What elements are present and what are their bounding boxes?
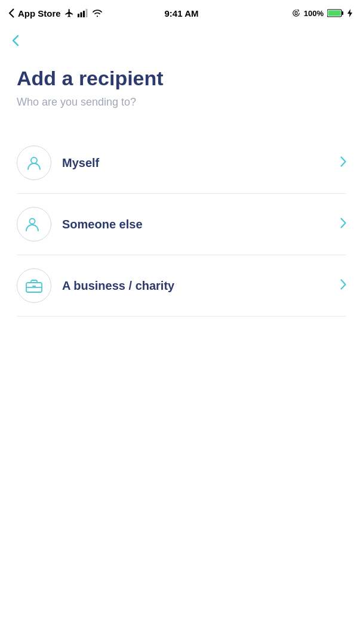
back-chevron-icon — [12, 35, 19, 47]
back-button-area — [0, 26, 363, 55]
svg-point-8 — [31, 157, 37, 163]
myself-chevron — [340, 155, 346, 171]
carrier-label: App Store — [18, 8, 61, 18]
battery-icon — [327, 9, 344, 17]
svg-rect-3 — [85, 9, 87, 17]
person-icon — [26, 154, 42, 171]
option-business-charity[interactable]: A business / charity — [17, 255, 346, 316]
back-button[interactable] — [12, 32, 19, 49]
briefcase-icon — [25, 278, 43, 293]
main-content: Add a recipient Who are you sending to? … — [0, 55, 363, 317]
svg-rect-4 — [295, 12, 297, 15]
svg-rect-6 — [342, 11, 344, 15]
someone-else-label: Someone else — [62, 218, 336, 231]
status-bar-right: 100% — [292, 9, 352, 18]
option-someone-else[interactable]: Someone else — [17, 194, 346, 255]
business-charity-label: A business / charity — [62, 279, 336, 293]
status-time: 9:41 AM — [165, 8, 199, 18]
airplane-icon — [64, 8, 74, 18]
svg-point-9 — [30, 219, 35, 224]
option-myself[interactable]: Myself — [17, 132, 346, 193]
business-charity-chevron — [340, 278, 346, 293]
options-list: Myself Someone else — [17, 132, 346, 317]
charging-icon — [347, 9, 352, 17]
someone-else-icon-wrapper — [17, 207, 51, 242]
signal-icon — [78, 9, 88, 17]
someone-else-chevron — [340, 216, 346, 232]
status-bar-left: App Store — [8, 8, 103, 18]
svg-rect-7 — [328, 11, 341, 16]
status-bar: App Store 9:41 AM 100% — [0, 0, 363, 26]
person-group-icon — [24, 216, 44, 233]
svg-rect-2 — [83, 11, 85, 17]
page-title: Add a recipient — [17, 67, 346, 90]
svg-rect-0 — [78, 14, 79, 17]
page-subtitle: Who are you sending to? — [17, 96, 346, 109]
rotation-lock-icon — [292, 9, 300, 17]
myself-icon-wrapper — [17, 145, 51, 180]
business-icon-wrapper — [17, 268, 51, 303]
battery-percent: 100% — [304, 9, 324, 18]
back-arrow-icon — [8, 8, 14, 18]
myself-label: Myself — [62, 156, 336, 170]
wifi-icon — [92, 9, 103, 17]
divider-3 — [17, 316, 346, 317]
svg-rect-1 — [80, 13, 82, 18]
